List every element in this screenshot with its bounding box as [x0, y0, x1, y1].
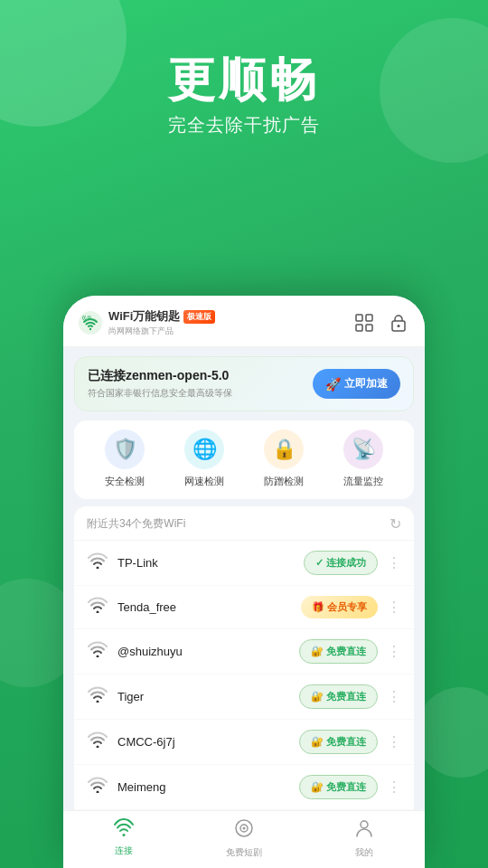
wifi-btn-tiger[interactable]: 🔐 免费直连	[299, 684, 378, 709]
svg-point-1	[89, 328, 91, 330]
bottom-nav: 连接 免费短剧 我的	[63, 810, 425, 868]
wifi-more-3[interactable]: ⋮	[387, 643, 401, 660]
app-header: ((·)) WiFi万能钥匙 极速版 尚网网络旗下产品	[63, 296, 425, 347]
nav-item-drama[interactable]: 免费短剧	[217, 818, 271, 859]
svg-point-9	[97, 567, 99, 570]
wifi-signal-icon-1	[87, 552, 108, 573]
wifi-btn-meimeng[interactable]: 🔐 免费直连	[299, 775, 378, 799]
func-label-detect: 防蹭检测	[264, 475, 304, 488]
wifi-name-5: CMCC-6j7j	[117, 735, 290, 749]
app-sub-title: 尚网网络旗下产品	[108, 326, 215, 337]
wifi-more-4[interactable]: ⋮	[387, 688, 401, 705]
wifi-signal-icon-4	[87, 686, 108, 707]
svg-rect-6	[366, 325, 372, 331]
page-subtitle: 完全去除干扰广告	[18, 113, 470, 137]
nav-icon-connect	[113, 818, 135, 842]
wifi-item-cmcc[interactable]: CMCC-6j7j 🔐 免费直连 ⋮	[74, 720, 414, 765]
wifi-btn-tenda[interactable]: 🎁 会员专享	[301, 596, 378, 618]
svg-rect-5	[356, 325, 362, 331]
wifi-more-6[interactable]: ⋮	[387, 778, 401, 796]
app-header-icons	[352, 311, 410, 335]
nav-label-mine: 我的	[355, 846, 373, 859]
wifi-name-3: @shuizhuyu	[117, 645, 290, 658]
func-item-security[interactable]: 🛡️ 安全检测	[105, 429, 145, 488]
wifi-more-5[interactable]: ⋮	[387, 733, 401, 750]
wifi-list-header: 附近共34个免费WiFi ↻	[74, 506, 414, 541]
wifi-item-tiger[interactable]: Tiger 🔐 免费直连 ⋮	[74, 675, 414, 720]
page-title: 更顺畅	[18, 54, 470, 106]
svg-point-12	[97, 701, 99, 703]
wifi-btn-shuizhuyu[interactable]: 🔐 免费直连	[299, 639, 378, 664]
wifi-item-meimeng[interactable]: Meimeng 🔐 免费直连 ⋮	[74, 765, 414, 810]
wifi-signal-icon-3	[87, 641, 108, 662]
svg-text:((·)): ((·))	[82, 315, 91, 320]
nav-icon-drama	[233, 818, 255, 844]
app-logo-area: ((·)) WiFi万能钥匙 极速版 尚网网络旗下产品	[78, 308, 215, 337]
connected-desc: 符合国家非银行信息安全最高级等保	[88, 387, 313, 400]
svg-point-8	[398, 325, 400, 327]
func-label-security: 安全检测	[105, 475, 145, 488]
phone-mockup: ((·)) WiFi万能钥匙 极速版 尚网网络旗下产品	[63, 296, 425, 868]
wifi-btn-cmcc[interactable]: 🔐 免费直连	[299, 730, 378, 754]
nav-item-mine[interactable]: 我的	[337, 818, 391, 859]
wifi-signal-icon-2	[87, 597, 108, 618]
monitor-icon: 📡	[343, 429, 383, 469]
nav-icon-mine	[353, 818, 375, 844]
wifi-more-1[interactable]: ⋮	[387, 554, 401, 571]
svg-rect-3	[356, 315, 362, 321]
wifi-signal-icon-5	[87, 731, 108, 752]
wifi-list-section: 附近共34个免费WiFi ↻ TP-Link ✓ 连接成功 ⋮	[74, 506, 414, 810]
connected-info: 已连接zenmen-open-5.0 符合国家非银行信息安全最高级等保	[88, 368, 313, 400]
app-name-main: WiFi万能钥匙 极速版	[108, 308, 215, 325]
func-label-monitor: 流量监控	[343, 475, 383, 488]
security-icon: 🛡️	[105, 429, 145, 469]
func-item-monitor[interactable]: 📡 流量监控	[343, 429, 383, 488]
func-label-speed: 网速检测	[184, 475, 224, 488]
connected-ssid: 已连接zenmen-open-5.0	[88, 368, 313, 384]
svg-point-19	[361, 821, 368, 828]
app-name-block: WiFi万能钥匙 极速版 尚网网络旗下产品	[108, 308, 215, 337]
svg-point-13	[97, 746, 99, 749]
svg-rect-4	[366, 315, 372, 321]
svg-point-10	[97, 611, 99, 614]
svg-point-11	[97, 656, 99, 658]
svg-point-18	[242, 827, 245, 830]
wifi-item-tenda[interactable]: Tenda_free 🎁 会员专享 ⋮	[74, 586, 414, 629]
svg-point-14	[97, 791, 99, 794]
wifi-name-2: Tenda_free	[117, 600, 292, 614]
wifi-more-2[interactable]: ⋮	[387, 599, 401, 616]
rocket-icon: 🚀	[325, 377, 341, 392]
app-name-text: WiFi万能钥匙	[108, 308, 180, 325]
func-item-speed[interactable]: 🌐 网速检测	[184, 429, 224, 488]
wifi-name-4: Tiger	[117, 690, 290, 703]
speed-badge: 极速版	[183, 310, 215, 324]
lock-icon[interactable]	[387, 311, 410, 335]
detect-icon: 🔒	[264, 429, 304, 469]
wifi-signal-icon-6	[87, 777, 108, 797]
nav-item-connect[interactable]: 连接	[97, 818, 151, 859]
speed-icon: 🌐	[184, 429, 224, 469]
scan-icon[interactable]	[352, 311, 376, 335]
speed-up-button[interactable]: 🚀 立即加速	[313, 369, 400, 399]
wifi-name-6: Meimeng	[117, 780, 290, 794]
func-item-detect[interactable]: 🔒 防蹭检测	[264, 429, 304, 488]
refresh-icon[interactable]: ↻	[389, 515, 401, 533]
wifi-logo-icon: ((·))	[78, 310, 103, 335]
wifi-item-shuizhuyu[interactable]: @shuizhuyu 🔐 免费直连 ⋮	[74, 629, 414, 675]
wifi-btn-tp-link[interactable]: ✓ 连接成功	[304, 551, 378, 575]
svg-point-15	[122, 834, 125, 836]
connected-banner: 已连接zenmen-open-5.0 符合国家非银行信息安全最高级等保 🚀 立即…	[74, 356, 414, 411]
function-row: 🛡️ 安全检测 🌐 网速检测 🔒 防蹭检测 📡 流量监控	[74, 420, 414, 499]
speed-up-label: 立即加速	[344, 376, 388, 392]
wifi-name-1: TP-Link	[117, 556, 295, 570]
wifi-count-text: 附近共34个免费WiFi	[87, 516, 185, 532]
nav-label-drama: 免费短剧	[226, 846, 262, 859]
nav-label-connect: 连接	[115, 844, 133, 857]
wifi-item-tp-link[interactable]: TP-Link ✓ 连接成功 ⋮	[74, 541, 414, 586]
